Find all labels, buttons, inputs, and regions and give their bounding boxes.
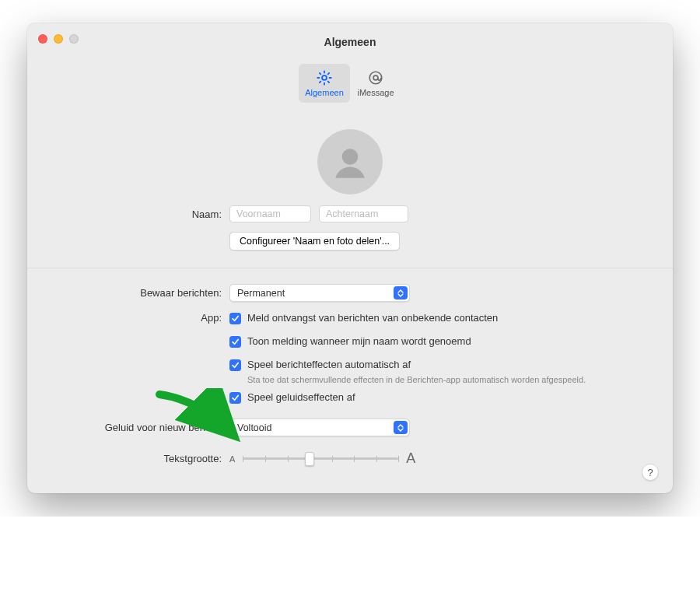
check-row-effects: Speel berichteffecten automatisch af [229,356,654,373]
row-new-message-sound: Geluid voor nieuw bericht: Voltooid [46,419,654,436]
checkbox-effects[interactable] [229,359,241,371]
textsize-big: A [406,450,415,467]
row-configure: Configureer 'Naam en foto delen'... [46,232,654,250]
slider-thumb[interactable] [305,452,314,466]
row-keep-messages: Bewaar berichten: Permanent [46,284,654,302]
tab-imessage[interactable]: iMessage [350,64,401,103]
configure-name-photo-button[interactable]: Configureer 'Naam en foto delen'... [229,232,400,250]
sound-label: Geluid voor nieuw bericht: [46,422,229,433]
help-button[interactable]: ? [642,464,659,481]
preferences-window: Algemeen Algemeen [27,23,673,493]
avatar-wrap [46,129,654,194]
chevron-up-down-icon [394,286,408,299]
checkbox-unknown-contacts[interactable] [229,313,241,324]
keep-label: Bewaar berichten: [46,287,229,299]
new-message-sound-select[interactable]: Voltooid [229,419,410,436]
svg-point-2 [373,75,378,80]
at-icon [367,69,384,86]
tab-general-label: Algemeen [305,88,344,97]
keep-messages-select[interactable]: Permanent [229,284,410,302]
gear-icon [316,69,333,86]
window-title: Algemeen [324,36,376,48]
chevron-up-down-icon [394,421,408,434]
tab-general[interactable]: Algemeen [299,64,350,103]
sound-effects-label: Speel geluidseffecten af [247,391,355,403]
traffic-lights [38,34,79,44]
svg-point-0 [322,75,327,80]
titlebar: Algemeen [27,23,673,61]
content: Naam: Configureer 'Naam en foto delen'..… [27,112,673,493]
tab-bar: Algemeen iMessage [299,64,401,103]
effects-subtext: Sta toe dat schermvullende effecten in d… [247,375,654,384]
effects-label: Speel berichteffecten automatisch af [247,359,411,370]
keep-messages-value: Permanent [237,288,285,299]
row-name: Naam: [46,205,654,222]
name-label: Naam: [46,208,229,220]
last-name-input[interactable] [319,205,408,222]
first-name-input[interactable] [229,205,311,222]
text-size-slider[interactable] [243,451,398,467]
name-mentioned-label: Toon melding wanneer mijn naam wordt gen… [247,335,471,347]
divider [27,268,673,268]
zoom-button-disabled [69,34,79,44]
row-app: App: Meld ontvangst van berichten van on… [46,310,654,406]
person-icon [327,138,373,185]
check-row-sound-effects: Speel geluidseffecten af [229,389,654,406]
row-text-size: Tekstgrootte: A A [46,450,654,467]
help-label: ? [647,467,653,478]
tab-imessage-label: iMessage [357,88,394,97]
checkbox-sound-effects[interactable] [229,392,241,404]
unknown-contacts-label: Meld ontvangst van berichten van onbeken… [247,312,498,324]
textsize-small: A [229,454,235,464]
svg-point-3 [342,149,359,165]
minimize-button[interactable] [54,34,63,44]
sound-value: Voltooid [237,422,271,433]
check-row-name-mentioned: Toon melding wanneer mijn naam wordt gen… [229,333,654,350]
textsize-label: Tekstgrootte: [46,453,229,464]
app-label: App: [46,310,229,324]
check-row-unknown-contacts: Meld ontvangst van berichten van onbeken… [229,310,654,327]
close-button[interactable] [38,34,47,44]
avatar[interactable] [317,129,383,194]
toolbar: Algemeen iMessage [27,61,673,112]
svg-point-1 [369,72,382,84]
checkbox-name-mentioned[interactable] [229,336,241,348]
